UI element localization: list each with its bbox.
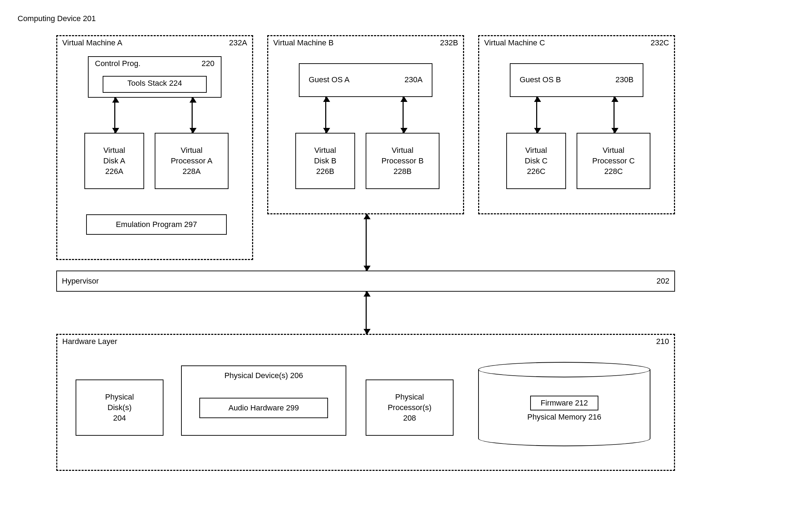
virtual-disk-b-text: VirtualDisk B226B	[296, 134, 354, 188]
vm-b-name: Virtual Machine B	[273, 38, 334, 47]
guest-os-a-ref: 230A	[405, 75, 423, 84]
guest-os-b-label: Guest OS B	[520, 75, 561, 84]
emulation-program-box: Emulation Program 297	[86, 214, 227, 235]
guest-os-a-row: Guest OS A 230A	[300, 64, 432, 96]
arrow-b-disk	[325, 97, 326, 133]
emulation-program-label: Emulation Program 297	[116, 220, 197, 229]
vm-b-title-row: Virtual Machine B 232B	[268, 36, 463, 50]
arrow-c-disk	[536, 97, 537, 133]
arrow-hyper-hw	[366, 292, 367, 334]
virtual-proc-a-box: VirtualProcessor A228A	[155, 133, 229, 189]
hypervisor-box: Hypervisor 202	[56, 271, 675, 292]
physical-disks-text: PhysicalDisk(s)204	[76, 380, 163, 435]
vm-a-title-row: Virtual Machine A 232A	[57, 36, 252, 50]
hypervisor-label: Hypervisor	[62, 277, 99, 286]
audio-hardware-box: Audio Hardware 299	[199, 398, 328, 418]
device-title: Computing Device 201	[18, 14, 96, 23]
vm-a-ref: 232A	[229, 38, 247, 47]
virtual-proc-b-text: VirtualProcessor B228B	[366, 134, 439, 188]
control-prog-title: Control Prog. 220	[89, 57, 221, 70]
physical-devices-box: Physical Device(s) 206 Audio Hardware 29…	[181, 365, 346, 436]
arrow-a-proc	[192, 98, 193, 133]
virtual-proc-a-text: VirtualProcessor A228A	[155, 134, 228, 188]
physical-disks-box: PhysicalDisk(s)204	[76, 379, 163, 436]
vm-c-name: Virtual Machine C	[484, 38, 545, 47]
virtual-disk-a-text: VirtualDisk A226A	[85, 134, 143, 188]
virtual-disk-a-box: VirtualDisk A226A	[84, 133, 144, 189]
virtual-proc-c-box: VirtualProcessor C228C	[577, 133, 650, 189]
control-prog-box: Control Prog. 220 Tools Stack 224	[88, 56, 221, 98]
arrow-vms-hypervisor	[366, 214, 367, 271]
vm-b-ref: 232B	[440, 38, 458, 47]
hypervisor-ref: 202	[656, 277, 669, 286]
guest-os-b-box: Guest OS B 230B	[510, 63, 643, 97]
guest-os-a-box: Guest OS A 230A	[299, 63, 432, 97]
firmware-box: Firmware 212	[530, 396, 598, 410]
physical-memory-label: Physical Memory 216	[527, 413, 601, 422]
control-prog-label: Control Prog.	[95, 59, 141, 68]
physical-processors-text: PhysicalProcessor(s)208	[366, 380, 453, 435]
hw-title: Hardware Layer	[62, 337, 117, 346]
virtual-disk-b-box: VirtualDisk B226B	[295, 133, 355, 189]
virtual-disk-c-text: VirtualDisk C226C	[507, 134, 565, 188]
arrow-a-disk	[114, 98, 115, 133]
vm-c-title-row: Virtual Machine C 232C	[479, 36, 674, 50]
physical-devices-label: Physical Device(s) 206	[182, 366, 346, 382]
guest-os-b-ref: 230B	[616, 75, 634, 84]
guest-os-b-row: Guest OS B 230B	[510, 64, 643, 96]
arrow-c-proc	[614, 97, 615, 133]
virtual-proc-b-box: VirtualProcessor B228B	[366, 133, 439, 189]
firmware-label: Firmware 212	[541, 398, 588, 407]
audio-hardware-label: Audio Hardware 299	[229, 403, 299, 413]
physical-memory-cylinder: Firmware 212 Physical Memory 216	[478, 362, 650, 446]
tools-stack-box: Tools Stack 224	[103, 76, 207, 93]
vm-a-name: Virtual Machine A	[62, 38, 122, 47]
physical-processors-box: PhysicalProcessor(s)208	[366, 379, 454, 436]
arrow-b-proc	[403, 97, 404, 133]
hw-ref: 210	[656, 337, 669, 346]
virtual-disk-c-box: VirtualDisk C226C	[506, 133, 566, 189]
guest-os-a-label: Guest OS A	[309, 75, 349, 84]
diagram-canvas: Computing Device 201 Virtual Machine A 2…	[14, 14, 789, 518]
control-prog-ref: 220	[201, 59, 214, 68]
virtual-proc-c-text: VirtualProcessor C228C	[577, 134, 650, 188]
hw-title-row: Hardware Layer 210	[57, 335, 674, 348]
tools-stack-label: Tools Stack 224	[127, 79, 182, 87]
vm-c-ref: 232C	[650, 38, 669, 47]
